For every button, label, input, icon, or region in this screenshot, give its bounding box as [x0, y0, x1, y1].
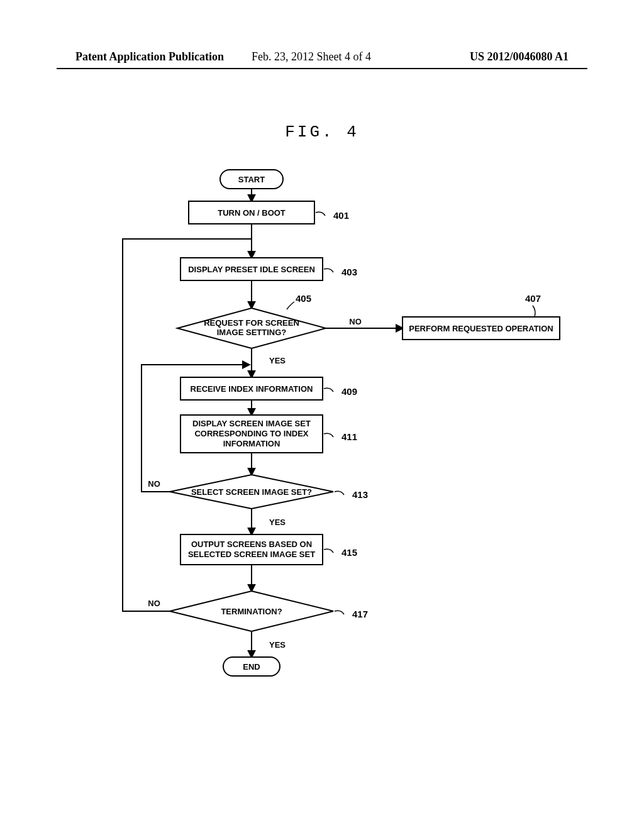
- text-411a: DISPLAY SCREEN IMAGE SET: [192, 419, 311, 428]
- ref-411: 411: [341, 431, 357, 442]
- node-409: RECEIVE INDEX INFORMATION: [180, 377, 323, 400]
- node-411: DISPLAY SCREEN IMAGE SET CORRESPONDING T…: [180, 415, 323, 453]
- text-409: RECEIVE INDEX INFORMATION: [191, 384, 313, 394]
- page: Patent Application Publication Feb. 23, …: [0, 0, 644, 830]
- yes-417: YES: [269, 640, 286, 650]
- node-417: TERMINATION?: [170, 591, 333, 631]
- leader-409: [324, 388, 333, 392]
- no-413: NO: [148, 479, 160, 489]
- text-end: END: [243, 662, 260, 672]
- figure-label: FIG. 4: [0, 123, 644, 141]
- leader-415: [324, 549, 333, 553]
- leader-403: [324, 268, 333, 272]
- node-403: DISPLAY PRESET IDLE SCREEN: [180, 258, 323, 280]
- node-415: OUTPUT SCREENS BASED ON SELECTED SCREEN …: [180, 534, 323, 565]
- flowchart: START TURN ON / BOOT 401 DISPLAY PRESET …: [107, 163, 572, 723]
- no-417: NO: [148, 599, 160, 608]
- ref-405: 405: [296, 293, 311, 304]
- node-405: REQUEST FOR SCREEN IMAGE SETTING?: [177, 308, 326, 348]
- text-413: SELECT SCREEN IMAGE SET?: [191, 487, 312, 497]
- no-405: NO: [349, 317, 362, 326]
- page-header: Patent Application Publication Feb. 23, …: [0, 50, 644, 69]
- ref-403: 403: [341, 267, 357, 277]
- ref-413: 413: [352, 489, 368, 500]
- leader-411: [324, 433, 333, 437]
- text-411c: INFORMATION: [223, 439, 280, 448]
- node-start: START: [220, 170, 283, 189]
- ref-415: 415: [341, 547, 357, 558]
- text-405b: IMAGE SETTING?: [217, 328, 287, 337]
- header-middle: Feb. 23, 2012 Sheet 4 of 4: [252, 50, 371, 64]
- node-413: SELECT SCREEN IMAGE SET?: [170, 475, 333, 509]
- leader-413: [335, 491, 344, 495]
- header-rule: [57, 68, 587, 69]
- ref-407: 407: [525, 293, 541, 304]
- header-right: US 2012/0046080 A1: [470, 50, 569, 64]
- text-417: TERMINATION?: [221, 607, 282, 616]
- ref-417: 417: [352, 609, 368, 619]
- text-401: TURN ON / BOOT: [218, 208, 286, 218]
- leader-417: [335, 611, 344, 614]
- yes-413: YES: [269, 517, 286, 527]
- text-415b: SELECTED SCREEN IMAGE SET: [188, 550, 315, 559]
- node-401: TURN ON / BOOT: [189, 201, 314, 224]
- node-end: END: [223, 657, 280, 676]
- yes-405: YES: [269, 356, 286, 365]
- text-405a: REQUEST FOR SCREEN: [204, 318, 299, 328]
- leader-407: [533, 306, 535, 317]
- ref-401: 401: [333, 210, 349, 221]
- leader-401: [316, 212, 325, 216]
- leader-405: [287, 302, 294, 309]
- ref-409: 409: [341, 386, 357, 397]
- text-start: START: [238, 175, 265, 184]
- text-407: PERFORM REQUESTED OPERATION: [409, 324, 553, 333]
- node-407: PERFORM REQUESTED OPERATION: [402, 317, 560, 340]
- header-left: Patent Application Publication: [75, 50, 224, 64]
- text-403: DISPLAY PRESET IDLE SCREEN: [188, 265, 315, 274]
- text-411b: CORRESPONDING TO INDEX: [194, 429, 308, 438]
- text-415a: OUTPUT SCREENS BASED ON: [191, 540, 312, 549]
